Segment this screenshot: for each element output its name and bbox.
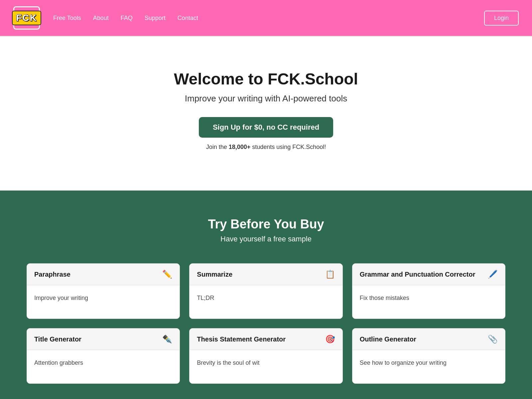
clipboard-icon: 📋 [325,270,335,279]
nav-support[interactable]: Support [145,15,166,22]
tool-card-title-generator-header: Title Generator ✒️ [27,329,180,350]
tool-card-grammar-desc: Fix those mistakes [360,295,498,302]
tool-card-paraphrase-body: Improve your writing [27,285,180,319]
tool-card-paraphrase-header: Paraphrase ✏️ [27,264,180,285]
tool-card-thesis-desc: Brevity is the soul of wit [197,359,335,366]
hero-section: Welcome to FCK.School Improve your writi… [0,37,532,191]
tool-card-thesis-header: Thesis Statement Generator 🎯 [190,329,342,350]
logo[interactable]: FCK [13,6,40,30]
tool-card-title-generator[interactable]: Title Generator ✒️ Attention grabbers [27,328,180,384]
nav-faq[interactable]: FAQ [121,15,133,22]
tool-card-paraphrase-desc: Improve your writing [34,295,172,302]
tool-card-thesis-body: Brevity is the soul of wit [190,350,342,383]
tool-card-summarize-body: TL;DR [190,285,342,319]
tool-card-grammar[interactable]: Grammar and Punctuation Corrector 🖊️ Fix… [352,263,505,319]
tool-card-summarize-header: Summarize 📋 [190,264,342,285]
tool-card-outline-title: Outline Generator [360,335,416,343]
hero-join-prefix: Join the [206,144,229,150]
tool-card-outline-desc: See how to organize your writing [360,359,498,366]
tool-card-thesis-title: Thesis Statement Generator [197,335,286,343]
nav-contact[interactable]: Contact [178,15,198,22]
target-icon: 🎯 [325,334,335,344]
tool-card-outline-header: Outline Generator 📎 [352,329,505,350]
tools-grid: Paraphrase ✏️ Improve your writing Summa… [27,263,505,384]
logo-text: FCK [12,11,41,25]
nav-free-tools[interactable]: Free Tools [53,15,81,22]
tool-card-outline[interactable]: Outline Generator 📎 See how to organize … [352,328,505,384]
tool-card-summarize-desc: TL;DR [197,295,335,302]
hero-join-suffix: students using FCK.School! [250,144,326,150]
tool-card-grammar-title: Grammar and Punctuation Corrector [360,271,475,278]
pen-icon: 🖊️ [488,270,498,279]
tool-card-outline-body: See how to organize your writing [352,350,505,383]
tool-card-title-generator-body: Attention grabbers [27,350,180,383]
nav-about[interactable]: About [93,15,109,22]
tool-card-grammar-body: Fix those mistakes [352,285,505,319]
nib-icon: ✒️ [162,334,172,344]
paperclip-icon: 📎 [488,334,498,344]
navbar: FCK Free Tools About FAQ Support Contact… [0,0,532,37]
signup-button[interactable]: Sign Up for $0, no CC required [199,117,333,138]
tool-card-paraphrase-title: Paraphrase [34,271,70,278]
login-button[interactable]: Login [484,11,519,26]
tool-card-summarize-title: Summarize [197,271,232,278]
tools-heading: Try Before You Buy [27,217,505,231]
tools-section: Try Before You Buy Have yourself a free … [0,191,532,399]
tool-card-title-generator-title: Title Generator [34,335,81,343]
tool-card-title-generator-desc: Attention grabbers [34,359,172,366]
tool-card-thesis[interactable]: Thesis Statement Generator 🎯 Brevity is … [189,328,342,384]
hero-subtitle: Improve your writing with AI-powered too… [185,93,347,104]
hero-join-text: Join the 18,000+ students using FCK.Scho… [206,144,326,151]
tool-card-paraphrase[interactable]: Paraphrase ✏️ Improve your writing [27,263,180,319]
tool-card-grammar-header: Grammar and Punctuation Corrector 🖊️ [352,264,505,285]
nav-links: Free Tools About FAQ Support Contact [53,15,484,22]
tools-subheading: Have yourself a free sample [27,235,505,243]
tool-card-summarize[interactable]: Summarize 📋 TL;DR [189,263,342,319]
pencil-icon: ✏️ [162,270,172,279]
hero-title: Welcome to FCK.School [174,70,358,88]
hero-join-count: 18,000+ [229,144,251,150]
